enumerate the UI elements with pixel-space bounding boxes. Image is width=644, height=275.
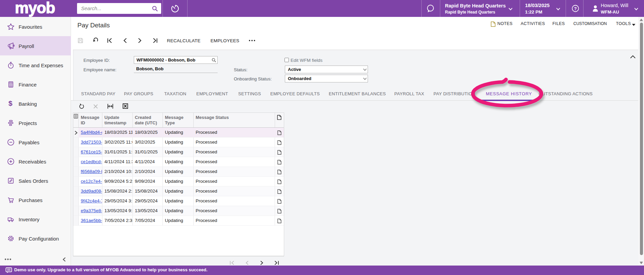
svg-text:?: ? [574, 6, 577, 11]
